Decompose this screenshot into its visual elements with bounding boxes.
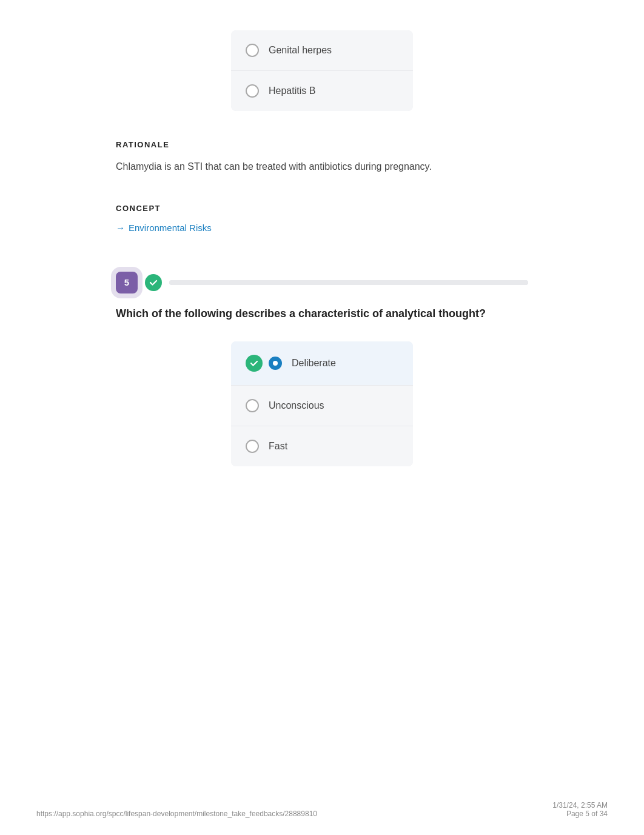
deliberate-correct-icon — [246, 355, 263, 372]
answer-option-deliberate[interactable]: Deliberate — [231, 341, 413, 386]
footer-page-info: Page 5 of 34 — [552, 810, 608, 818]
concept-arrow: → — [116, 223, 125, 233]
radio-deliberate[interactable] — [269, 357, 282, 370]
answer-label-genital-herpes: Genital herpes — [269, 45, 332, 56]
answer-option-fast[interactable]: Fast — [231, 426, 413, 466]
rationale-text: Chlamydia is an STI that can be treated … — [116, 159, 528, 175]
concept-label: CONCEPT — [116, 204, 528, 213]
question5-progress-bar — [169, 280, 528, 285]
answer-option-hepatitis-b[interactable]: Hepatitis B — [231, 71, 413, 111]
rationale-section: RATIONALE Chlamydia is an STI that can b… — [116, 140, 528, 199]
concept-link[interactable]: → Environmental Risks — [116, 223, 528, 233]
question4-answer-card: Genital herpes Hepatitis B — [231, 30, 413, 111]
question5-header: 5 — [116, 272, 528, 293]
answer-option-unconscious[interactable]: Unconscious — [231, 386, 413, 426]
question5-answer-card: Deliberate Unconscious Fast — [231, 341, 413, 466]
question5-progress-fill — [169, 280, 528, 285]
answer-label-fast: Fast — [269, 441, 287, 452]
concept-link-text: Environmental Risks — [129, 223, 212, 233]
question5-text: Which of the following describes a chara… — [116, 306, 486, 322]
rationale-label: RATIONALE — [116, 140, 528, 149]
radio-hepatitis-b[interactable] — [246, 84, 259, 98]
answer-label-hepatitis-b: Hepatitis B — [269, 86, 315, 96]
answer-option-genital-herpes[interactable]: Genital herpes — [231, 30, 413, 71]
question5-badge-wrapper: 5 — [116, 272, 138, 293]
radio-fast[interactable] — [246, 440, 259, 453]
answer-label-unconscious: Unconscious — [269, 400, 324, 411]
radio-genital-herpes[interactable] — [246, 44, 259, 57]
answer-label-deliberate: Deliberate — [292, 358, 336, 369]
footer-datetime: 1/31/24, 2:55 AM — [552, 801, 608, 810]
radio-unconscious[interactable] — [246, 399, 259, 412]
concept-section: CONCEPT → Environmental Risks — [116, 204, 528, 233]
footer: https://app.sophia.org/spcc/lifespan-dev… — [36, 801, 608, 818]
question5-badge: 5 — [116, 272, 138, 293]
footer-info: 1/31/24, 2:55 AM Page 5 of 34 — [552, 801, 608, 818]
footer-url: https://app.sophia.org/spcc/lifespan-dev… — [36, 810, 317, 818]
question5-correct-icon — [145, 274, 162, 291]
